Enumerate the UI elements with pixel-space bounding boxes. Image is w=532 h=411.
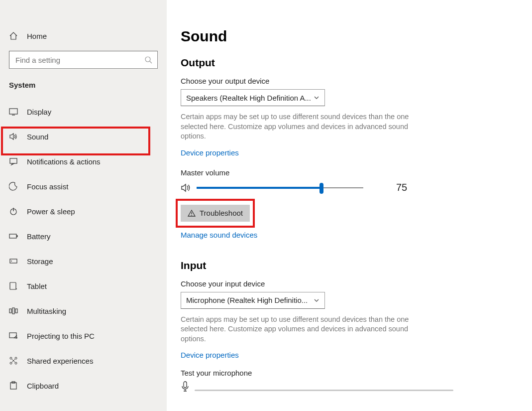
sidebar-item-battery[interactable]: Battery — [0, 224, 167, 249]
sound-icon — [9, 132, 18, 141]
home-nav[interactable]: Home — [0, 25, 167, 47]
svg-rect-13 — [15, 309, 17, 313]
sidebar-item-label: Clipboard — [27, 382, 59, 390]
home-icon — [9, 31, 18, 40]
svg-rect-12 — [12, 308, 14, 314]
svg-point-8 — [11, 261, 12, 262]
sidebar-item-label: Projecting to this PC — [27, 332, 95, 340]
display-icon — [9, 107, 18, 116]
input-device-value: Microphone (Realtek High Definitio... — [186, 296, 308, 304]
master-volume-label: Master volume — [181, 168, 518, 177]
troubleshoot-button[interactable]: Troubleshoot — [181, 205, 250, 222]
notifications-icon — [9, 157, 18, 166]
troubleshoot-label: Troubleshoot — [200, 209, 243, 217]
sidebar-item-multitasking[interactable]: Multitasking — [0, 298, 167, 323]
shared-icon — [9, 356, 18, 365]
sidebar-item-label: Tablet — [27, 282, 47, 290]
slider-thumb[interactable] — [319, 183, 323, 194]
svg-point-10 — [16, 288, 17, 289]
warning-icon — [188, 209, 196, 217]
clipboard-icon — [9, 381, 18, 390]
svg-rect-3 — [10, 158, 17, 163]
svg-rect-2 — [9, 109, 17, 114]
sidebar-item-label: Sound — [27, 133, 48, 141]
sidebar-item-label: Battery — [27, 232, 51, 241]
svg-point-15 — [10, 357, 12, 359]
sidebar-nav-list: Display Sound Notifications & actions Fo… — [0, 99, 167, 398]
multitasking-icon — [9, 306, 18, 315]
sidebar-item-sound[interactable]: Sound — [0, 124, 167, 149]
master-volume-slider[interactable] — [197, 182, 363, 194]
input-choose-label: Choose your input device — [181, 279, 518, 288]
sidebar-group-system: System — [0, 76, 167, 92]
sidebar-item-notifications[interactable]: Notifications & actions — [0, 149, 167, 174]
output-device-dropdown[interactable]: Speakers (Realtek High Definition A... — [181, 89, 325, 106]
test-mic-label: Test your microphone — [181, 369, 518, 377]
svg-point-17 — [10, 362, 12, 364]
master-volume-value: 75 — [396, 182, 413, 193]
manage-sound-devices-link[interactable]: Manage sound devices — [181, 231, 257, 239]
sidebar-item-focus-assist[interactable]: Focus assist — [0, 174, 167, 199]
output-device-properties-link[interactable]: Device properties — [181, 148, 239, 157]
sidebar-item-label: Multitasking — [27, 307, 66, 315]
sidebar: Home System Display Sound Notifications … — [0, 0, 167, 411]
sidebar-item-tablet[interactable]: Tablet — [0, 274, 167, 298]
sidebar-item-label: Focus assist — [27, 182, 68, 191]
mic-level-meter — [195, 390, 453, 391]
storage-icon — [9, 257, 18, 266]
input-device-dropdown[interactable]: Microphone (Realtek High Definitio... — [181, 292, 325, 309]
page-title: Sound — [181, 28, 518, 45]
sidebar-item-label: Shared experiences — [27, 357, 93, 365]
content-pane: Sound Output Choose your output device S… — [167, 0, 532, 411]
svg-rect-9 — [10, 282, 16, 289]
svg-point-16 — [15, 357, 17, 359]
sidebar-item-storage[interactable]: Storage — [0, 249, 167, 274]
sidebar-item-label: Notifications & actions — [27, 157, 101, 166]
focus-assist-icon — [9, 182, 18, 191]
sidebar-item-display[interactable]: Display — [0, 99, 167, 124]
output-heading: Output — [181, 57, 518, 69]
tablet-icon — [9, 281, 18, 290]
master-volume-row: 75 — [181, 182, 518, 194]
search-box[interactable] — [9, 51, 158, 69]
slider-fill — [197, 187, 321, 189]
search-icon — [144, 56, 152, 64]
svg-rect-19 — [10, 383, 16, 389]
sidebar-item-label: Power & sleep — [27, 207, 75, 216]
svg-rect-5 — [9, 234, 16, 238]
svg-rect-6 — [17, 235, 18, 237]
search-input[interactable] — [14, 55, 144, 65]
output-helper-text: Certain apps may be set up to use differ… — [181, 112, 415, 141]
sidebar-item-label: Display — [27, 108, 51, 116]
volume-icon[interactable] — [181, 182, 192, 193]
chevron-down-icon — [314, 297, 319, 303]
chevron-down-icon — [314, 95, 319, 101]
projecting-icon — [9, 331, 18, 340]
svg-point-18 — [15, 362, 17, 364]
power-icon — [9, 207, 18, 216]
svg-rect-11 — [9, 309, 11, 313]
sidebar-item-projecting[interactable]: Projecting to this PC — [0, 323, 167, 348]
sidebar-item-clipboard[interactable]: Clipboard — [0, 373, 167, 398]
input-device-properties-link[interactable]: Device properties — [181, 351, 239, 359]
input-heading: Input — [181, 260, 518, 272]
svg-point-21 — [191, 215, 192, 216]
output-choose-label: Choose your output device — [181, 77, 518, 85]
sidebar-item-label: Storage — [27, 257, 53, 266]
output-device-value: Speakers (Realtek High Definition A... — [186, 94, 311, 102]
sidebar-item-power[interactable]: Power & sleep — [0, 199, 167, 224]
battery-icon — [9, 232, 18, 241]
svg-point-1 — [145, 57, 150, 62]
microphone-icon — [181, 381, 190, 392]
input-helper-text: Certain apps may be set up to use differ… — [181, 315, 415, 344]
home-label: Home — [27, 32, 47, 40]
mic-test-row — [181, 381, 518, 392]
sidebar-item-shared[interactable]: Shared experiences — [0, 348, 167, 373]
svg-rect-22 — [184, 382, 187, 388]
